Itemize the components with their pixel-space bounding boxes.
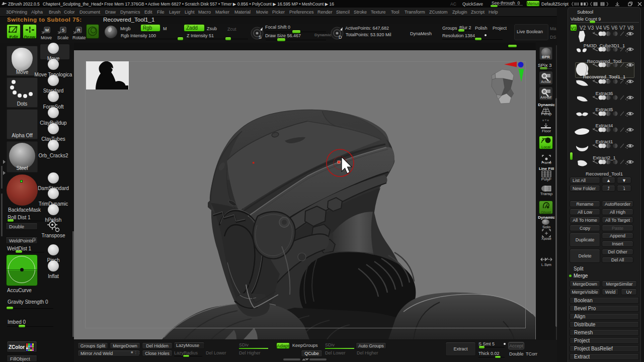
svg-text:Xpose: Xpose xyxy=(541,237,551,240)
svg-text:S: S xyxy=(259,35,262,40)
svg-text:S: S xyxy=(61,28,64,33)
svg-text:Actual: Actual xyxy=(541,80,551,83)
svg-text:M: M xyxy=(45,28,49,33)
svg-text:Frame: Frame xyxy=(541,161,551,164)
svg-text:AAHalf: AAHalf xyxy=(540,96,551,99)
svg-text:R: R xyxy=(77,28,80,33)
svg-text:D: D xyxy=(339,35,342,40)
svg-text:L.Sym: L.Sym xyxy=(541,263,551,266)
